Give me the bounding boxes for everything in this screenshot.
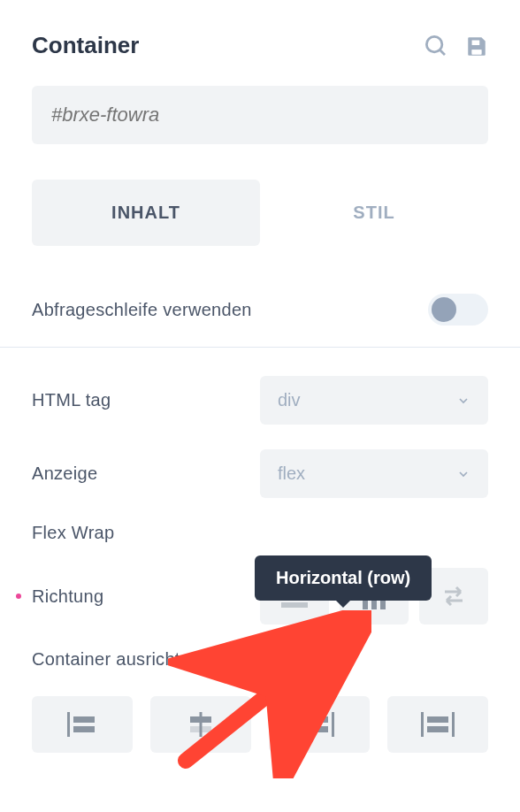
- tab-style[interactable]: STIL: [260, 180, 488, 246]
- align-left-button[interactable]: [32, 696, 133, 753]
- toggle-knob: [432, 297, 456, 322]
- css-selector-input[interactable]: [32, 86, 488, 144]
- align-container-label: Container ausrichten: [32, 649, 201, 670]
- svg-rect-17: [307, 726, 328, 732]
- svg-rect-19: [452, 712, 455, 737]
- align-left-icon: [67, 712, 97, 737]
- direction-label: Richtung: [32, 586, 103, 607]
- flex-wrap-label: Flex Wrap: [32, 523, 114, 543]
- svg-line-1: [440, 50, 446, 55]
- display-label: Anzeige: [32, 463, 97, 484]
- chevron-down-icon: [456, 394, 470, 408]
- query-loop-label: Abfrageschleife verwenden: [32, 300, 252, 320]
- svg-rect-16: [307, 716, 328, 723]
- svg-rect-18: [421, 712, 424, 737]
- html-tag-select[interactable]: div: [260, 376, 488, 425]
- html-tag-value: div: [278, 390, 301, 410]
- direction-tooltip: Horizontal (row): [255, 555, 432, 601]
- panel-title: Container: [32, 32, 139, 59]
- query-loop-toggle[interactable]: [428, 294, 488, 326]
- swap-icon: [441, 586, 466, 607]
- chevron-down-icon: [456, 467, 470, 481]
- html-tag-label: HTML tag: [32, 390, 111, 410]
- display-value: flex: [278, 463, 305, 484]
- align-stretch-icon: [421, 712, 455, 737]
- svg-rect-5: [281, 602, 308, 608]
- svg-rect-9: [67, 712, 70, 737]
- svg-rect-2: [472, 50, 482, 54]
- search-icon[interactable]: [423, 33, 449, 59]
- align-right-icon: [304, 712, 334, 737]
- svg-rect-21: [427, 726, 448, 732]
- display-select[interactable]: flex: [260, 449, 488, 498]
- tab-content[interactable]: INHALT: [32, 180, 260, 246]
- align-center-icon: [186, 712, 216, 737]
- svg-rect-15: [332, 712, 334, 737]
- svg-rect-13: [190, 716, 211, 723]
- divider: [0, 347, 520, 348]
- align-right-button[interactable]: [269, 696, 370, 753]
- align-stretch-button[interactable]: [387, 696, 488, 753]
- save-icon[interactable]: [465, 34, 488, 57]
- svg-rect-12: [200, 712, 203, 737]
- svg-point-0: [426, 36, 442, 52]
- svg-rect-11: [73, 726, 95, 732]
- align-center-button[interactable]: [150, 696, 251, 753]
- svg-rect-14: [190, 726, 211, 732]
- svg-rect-20: [427, 716, 448, 723]
- svg-rect-10: [73, 716, 95, 723]
